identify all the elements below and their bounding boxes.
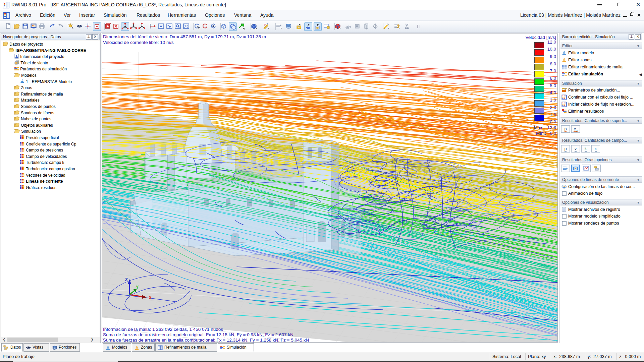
svg-text:Y: Y bbox=[136, 285, 139, 290]
svg-text:Z: Z bbox=[125, 277, 128, 282]
svg-text:X: X bbox=[149, 295, 152, 300]
